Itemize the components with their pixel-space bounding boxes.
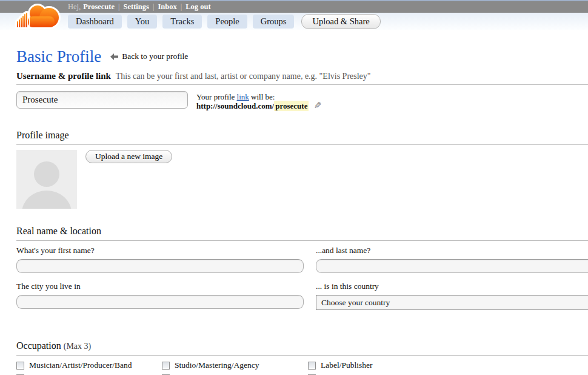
profile-link-info: Your profile link will be: http://soundc… [196, 91, 321, 110]
username-section-header: Username & profile link This can be your… [16, 71, 588, 85]
profile-url-line: http://soundcloud.com/prosecute ✎ [196, 101, 321, 110]
separator: | [153, 2, 155, 12]
city-input[interactable] [16, 295, 304, 309]
greeting-text: Hej, [68, 2, 81, 12]
checkbox[interactable] [16, 362, 24, 370]
separator: | [118, 2, 120, 12]
occupation-label: Musician/Artist/Producer/Band [29, 360, 132, 370]
occupation-label: Studio/Mastering/Agency [175, 360, 259, 370]
topbar-username-link[interactable]: Prosecute [83, 2, 115, 12]
page-content: Basic Profile Back to your profile Usern… [0, 47, 588, 375]
occupation-option-label-publisher[interactable]: Label/Publisher [308, 360, 588, 370]
upload-share-button[interactable]: Upload & Share [301, 14, 380, 29]
nav-you[interactable]: You [127, 15, 158, 29]
upload-image-button[interactable]: Upload a new image [85, 150, 172, 163]
profile-link-anchor[interactable]: link [237, 92, 249, 101]
username-input[interactable] [16, 91, 188, 109]
topbar-logout-link[interactable]: Log out [185, 2, 210, 12]
nav-people[interactable]: People [207, 15, 247, 29]
checkbox[interactable] [308, 362, 316, 370]
profile-image-row: Upload a new image [16, 150, 588, 209]
country-select[interactable]: Choose your country [316, 295, 588, 310]
real-name-section-title: Real name & location [16, 226, 101, 236]
username-section-hint: This can be your first and last, artist … [116, 72, 371, 81]
occupation-options: Musician/Artist/Producer/Band Studio/Mas… [16, 360, 588, 375]
page-title: Basic Profile [16, 47, 101, 66]
username-row: Your profile link will be: http://soundc… [16, 91, 588, 110]
profile-link-line: Your profile link will be: [196, 92, 321, 101]
real-name-section-header: Real name & location [16, 226, 588, 241]
profile-image-section-header: Profile image [16, 130, 588, 145]
back-link-label: Back to your profile [122, 52, 188, 61]
first-name-input[interactable] [16, 259, 304, 273]
back-to-profile-link[interactable]: Back to your profile [110, 52, 188, 61]
soundcloud-basic-profile-page: Hej, Prosecute | Settings | Inbox | Log … [0, 0, 588, 375]
title-row: Basic Profile Back to your profile [16, 47, 588, 66]
profile-link-text-before: Your profile [196, 92, 235, 101]
nav-tracks[interactable]: Tracks [162, 15, 202, 29]
username-section-title: Username & profile link [16, 71, 111, 81]
account-topbar: Hej, Prosecute | Settings | Inbox | Log … [0, 1, 588, 13]
last-name-input[interactable] [316, 259, 588, 273]
left-column: What's your first name? The city you liv… [16, 241, 304, 310]
right-column: ...and last name? ... is in this country… [316, 241, 588, 310]
occupation-section-title: Occupation [16, 340, 61, 351]
profile-url-slug: prosecute [274, 101, 309, 111]
first-name-label: What's your first name? [16, 246, 304, 255]
topbar-settings-link[interactable]: Settings [124, 2, 149, 12]
occupation-section-header: Occupation (Max 3) [16, 340, 588, 356]
avatar-placeholder [16, 150, 77, 209]
occupation-option-musician[interactable]: Musician/Artist/Producer/Band [16, 360, 162, 370]
city-label: The city you live in [16, 282, 304, 291]
nav-dashboard[interactable]: Dashboard [68, 15, 122, 29]
profile-url-base: http://soundcloud.com/ [196, 101, 274, 110]
nav-groups[interactable]: Groups [253, 15, 295, 29]
topbar-inbox-link[interactable]: Inbox [158, 2, 176, 12]
real-name-grid: What's your first name? The city you liv… [16, 241, 588, 310]
occupation-option-studio[interactable]: Studio/Mastering/Agency [162, 360, 308, 370]
checkbox[interactable] [162, 362, 170, 370]
edit-pencil-icon[interactable]: ✎ [314, 101, 322, 110]
back-arrow-icon [110, 53, 118, 60]
separator: | [181, 2, 182, 12]
soundcloud-logo-icon[interactable] [11, 3, 64, 32]
profile-image-section-title: Profile image [16, 130, 69, 140]
occupation-label: Label/Publisher [321, 360, 372, 370]
profile-link-text-after: will be: [251, 92, 275, 101]
country-label: ... is in this country [316, 282, 588, 291]
occupation-max-note: (Max 3) [64, 342, 92, 351]
last-name-label: ...and last name? [316, 246, 588, 255]
main-nav: Dashboard You Tracks People Groups Uploa… [0, 13, 588, 30]
